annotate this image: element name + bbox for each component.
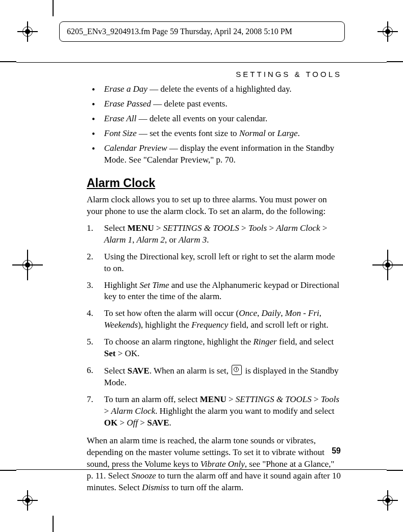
bullet-list: Erase a Day — delete the events of a hig…: [87, 84, 342, 166]
text: To choose an alarm ringtone, highlight t…: [104, 337, 253, 347]
field: Frequency: [191, 320, 228, 330]
page-number: 59: [332, 446, 341, 456]
text: >: [138, 418, 147, 428]
text: >: [117, 418, 127, 428]
list-item: Calendar Preview — display the event inf…: [87, 143, 342, 166]
text: To turn an alarm off, select: [104, 394, 200, 404]
text: field, and select: [277, 337, 334, 347]
term: Erase a Day: [104, 84, 147, 94]
section-title: SETTINGS & TOOLS: [87, 69, 342, 79]
list-item: Erase a Day — delete the events of a hig…: [87, 84, 342, 95]
text: , or: [165, 235, 179, 245]
option: Normal: [239, 128, 266, 138]
heading-alarm-clock: Alarm Clock: [87, 175, 342, 191]
alarm-icon: [232, 365, 242, 375]
text: >: [104, 406, 111, 416]
crop-mark: [0, 470, 16, 471]
field: Set Time: [139, 280, 169, 290]
desc: — delete the events of a highlighted day…: [147, 84, 292, 94]
list-item: To turn an alarm off, select MENU > SETT…: [87, 394, 342, 429]
option: Alarm 1: [104, 235, 132, 245]
page-content: SETTINGS & TOOLS Erase a Day — delete th…: [87, 69, 342, 499]
action: Snooze: [132, 471, 156, 481]
list-item: Erase Passed — delete past events.: [87, 98, 342, 110]
term: Erase Passed: [104, 99, 151, 109]
option: Daily: [262, 308, 281, 318]
text: Select: [104, 223, 128, 233]
text: Using the Directional key, scroll left o…: [104, 252, 335, 273]
text: >: [154, 223, 163, 233]
option: Mon - Fri: [285, 308, 319, 318]
registration-mark-icon: [21, 259, 34, 271]
text: or: [266, 128, 278, 138]
text: ,: [319, 308, 321, 318]
desc: — set the events font size to: [137, 128, 239, 138]
option: Weekends: [104, 320, 138, 330]
list-item: Using the Directional key, scroll left o…: [87, 251, 342, 275]
text: >: [116, 349, 125, 358]
action: OK: [104, 418, 117, 428]
menu-label: MENU: [200, 394, 226, 404]
registration-mark-icon: [382, 494, 394, 507]
page: 6205_ENv3_9204913.fm Page 59 Thursday, A…: [0, 0, 403, 532]
text: Highlight: [104, 280, 139, 290]
text: .: [169, 418, 171, 428]
registration-mark-icon: [382, 259, 394, 271]
path: Alarm Clock: [276, 223, 320, 233]
list-item: Font Size — set the events font size to …: [87, 128, 342, 140]
text: . Highlight the alarm you want to modify…: [155, 406, 334, 416]
alarm-outro: When an alarm time is reached, the alarm…: [87, 435, 342, 494]
text: >: [226, 394, 236, 404]
text: >: [267, 223, 276, 233]
option: Vibrate Only: [200, 459, 245, 469]
steps-list: Select MENU > SETTINGS & TOOLS > Tools >…: [87, 223, 342, 429]
document-header-text: 6205_ENv3_9204913.fm Page 59 Thursday, A…: [67, 27, 292, 36]
action: Dismiss: [142, 483, 169, 492]
desc: — delete all events on your calendar.: [136, 114, 267, 123]
text: field, and scroll left or right.: [228, 320, 328, 330]
crop-mark: [0, 61, 16, 62]
option: Off: [127, 418, 138, 428]
action: OK.: [125, 349, 140, 358]
text: ), highlight the: [138, 320, 191, 330]
crop-mark: [387, 61, 403, 62]
text: . When an alarm is set,: [149, 366, 231, 376]
option: Alarm 3: [179, 235, 207, 245]
text: To set how often the alarm will occur (: [104, 308, 239, 318]
registration-mark-icon: [21, 25, 34, 38]
term: Erase All: [104, 114, 136, 123]
option: Large: [278, 128, 298, 138]
path: Alarm Clock: [111, 406, 155, 416]
registration-mark-icon: [21, 494, 34, 507]
list-item: Select SAVE. When an alarm is set, is di…: [87, 365, 342, 389]
crop-mark: [53, 0, 54, 16]
path: Tools: [248, 223, 267, 233]
path: SETTINGS & TOOLS: [163, 223, 239, 233]
action: SAVE: [128, 366, 149, 376]
alarm-intro: Alarm clock allows you to set up to thre…: [87, 194, 342, 218]
text: >: [239, 223, 248, 233]
desc: — delete past events.: [151, 99, 228, 109]
text: .: [298, 128, 300, 138]
option: Alarm 2: [137, 235, 165, 245]
divider: [16, 62, 387, 63]
text: >: [312, 394, 321, 404]
list-item: Highlight Set Time and use the Alphanume…: [87, 280, 342, 303]
text: .: [207, 235, 209, 245]
text: ,: [132, 235, 137, 245]
text: >: [320, 223, 328, 233]
term: Calendar Preview: [104, 143, 167, 153]
field: Ringer: [253, 337, 276, 347]
registration-mark-icon: [382, 25, 394, 38]
text: ,: [281, 308, 285, 318]
action: SAVE: [147, 418, 169, 428]
crop-mark: [53, 516, 54, 532]
option: Once: [239, 308, 257, 318]
action: Set: [104, 349, 116, 358]
list-item: To set how often the alarm will occur (O…: [87, 308, 342, 331]
term: Font Size: [104, 128, 137, 138]
list-item: Select MENU > SETTINGS & TOOLS > Tools >…: [87, 223, 342, 246]
list-item: Erase All — delete all events on your ca…: [87, 113, 342, 125]
path: SETTINGS & TOOLS: [236, 394, 312, 404]
text: to turn off the alarm.: [169, 483, 243, 492]
